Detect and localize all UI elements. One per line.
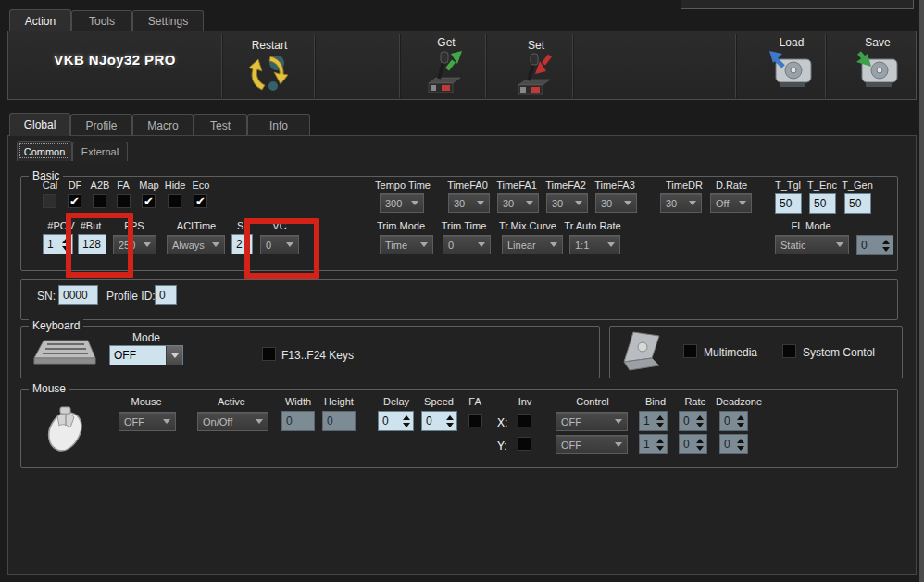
- load-label: Load: [780, 36, 805, 49]
- timefa0-label: TimeFA0: [447, 180, 488, 191]
- cal-checkbox[interactable]: [43, 194, 56, 208]
- profile-id-input[interactable]: 0: [155, 285, 177, 305]
- tab-macro[interactable]: Macro: [132, 114, 194, 136]
- mouse-deadzone-x-spinner[interactable]: 0: [719, 411, 748, 431]
- trim-time-dropdown[interactable]: 0: [443, 235, 491, 254]
- dropdown-arrow-icon: [739, 201, 746, 205]
- acitime-dropdown[interactable]: Always: [167, 235, 225, 254]
- mouse-height-input[interactable]: 0: [322, 411, 356, 431]
- kb-mode-dropdown[interactable]: OFF: [109, 345, 183, 365]
- timefa2-label: TimeFA2: [545, 180, 586, 191]
- tab-test[interactable]: Test: [194, 114, 247, 136]
- map-checkbox[interactable]: [142, 194, 156, 208]
- eco-checkbox[interactable]: [194, 194, 207, 208]
- tab-settings[interactable]: Settings: [132, 10, 204, 31]
- tempo-time-dropdown[interactable]: 300: [380, 193, 424, 213]
- tgen-input[interactable]: 50: [844, 193, 871, 214]
- timedr-dropdown[interactable]: 30: [660, 193, 702, 213]
- trmixcurve-dropdown[interactable]: Linear: [502, 235, 563, 254]
- mouse-speed-spinner[interactable]: 0: [421, 411, 457, 431]
- tab-global[interactable]: Global: [9, 113, 70, 136]
- spinner-arrows-icon: [443, 415, 456, 427]
- keyboard-icon: [31, 336, 97, 371]
- timefa3-dropdown[interactable]: 30: [595, 193, 637, 213]
- mouse-delay-spinner[interactable]: 0: [378, 411, 414, 431]
- mouse-mode-dropdown[interactable]: OFF: [119, 412, 176, 431]
- tab-tools[interactable]: Tools: [71, 10, 132, 31]
- dropdown-arrow-icon: [256, 419, 263, 424]
- mouse-deadzone-y-spinner[interactable]: 0: [719, 434, 748, 454]
- deadzone-col-label: Deadzone: [716, 396, 762, 407]
- mouse-group-title: Mouse: [29, 382, 69, 395]
- trmixcurve-value: Linear: [507, 240, 536, 251]
- toolbar-divider: [314, 34, 316, 98]
- subtab-common[interactable]: Common: [17, 141, 72, 161]
- multimedia-checkbox[interactable]: [683, 344, 697, 358]
- tab-info[interactable]: Info: [247, 114, 310, 136]
- tab-global-label: Global: [24, 118, 56, 131]
- timedr-value: 30: [666, 198, 677, 209]
- f13-f24-checkbox[interactable]: [262, 347, 276, 361]
- tempo-time-label: Tempo Time: [375, 180, 431, 191]
- set-button[interactable]: Set: [487, 33, 570, 98]
- highlight-but-field: [66, 213, 133, 278]
- tenc-input[interactable]: 50: [809, 193, 836, 214]
- flmode-spinner[interactable]: 0: [856, 235, 893, 255]
- map-label: Map: [139, 180, 158, 191]
- tab-action[interactable]: Action: [9, 9, 71, 31]
- acitime-label: ACITime: [177, 220, 216, 231]
- fa-checkbox[interactable]: [117, 194, 131, 208]
- dropdown-arrow-icon: [615, 442, 622, 447]
- dropdown-arrow-icon: [420, 242, 428, 247]
- mouse-control-x-dropdown[interactable]: OFF: [556, 412, 628, 431]
- subtab-external[interactable]: External: [72, 142, 128, 161]
- mouse-bind-x-spinner[interactable]: 1: [639, 411, 668, 431]
- timefa1-dropdown[interactable]: 30: [497, 193, 539, 213]
- tab-settings-label: Settings: [148, 15, 188, 28]
- save-label: Save: [865, 36, 890, 49]
- mouse-rate-x-spinner[interactable]: 0: [679, 411, 707, 431]
- dropdown-arrow-icon: [607, 242, 615, 247]
- flmode-dropdown[interactable]: Static: [775, 235, 849, 254]
- system-control-checkbox[interactable]: [782, 344, 796, 358]
- spinner-arrows-icon: [734, 415, 747, 427]
- mouse-inv-x-checkbox[interactable]: [518, 414, 531, 427]
- get-button[interactable]: Get: [401, 33, 484, 98]
- mouse-deadzone-y-value: 0: [724, 438, 730, 451]
- trim-mode-dropdown[interactable]: Time: [380, 235, 433, 254]
- window-right-border: [919, 0, 924, 582]
- mouse-bind-y-value: 1: [643, 438, 650, 451]
- mouse-inv-y-checkbox[interactable]: [518, 437, 531, 451]
- dropdown-arrow-icon: [171, 353, 179, 358]
- hide-checkbox[interactable]: [168, 194, 181, 208]
- active-col-label: Active: [218, 396, 245, 407]
- mouse-active-dropdown[interactable]: On/Off: [197, 412, 268, 431]
- df-checkbox[interactable]: [68, 194, 81, 208]
- drate-dropdown[interactable]: Off: [710, 193, 752, 213]
- fa-col-label: FA: [468, 396, 481, 407]
- timefa0-dropdown[interactable]: 30: [448, 193, 490, 213]
- save-button[interactable]: Save: [827, 33, 916, 98]
- trautorate-dropdown[interactable]: 1:1: [569, 235, 620, 254]
- mouse-rate-y-spinner[interactable]: 0: [679, 434, 707, 454]
- restart-button[interactable]: Restart: [223, 33, 312, 98]
- ttgl-input[interactable]: 50: [775, 193, 802, 214]
- load-button[interactable]: Load: [737, 33, 823, 98]
- multimedia-label: Multimedia: [704, 346, 757, 359]
- profile-id-label: Profile ID:: [106, 290, 156, 303]
- trautorate-value: 1:1: [575, 240, 589, 251]
- height-col-label: Height: [324, 396, 354, 407]
- tab-profile[interactable]: Profile: [70, 114, 132, 136]
- mouse-fa-checkbox[interactable]: [468, 414, 482, 427]
- sn-input[interactable]: 0000: [58, 285, 98, 305]
- a2b-checkbox[interactable]: [93, 194, 106, 208]
- mouse-width-input[interactable]: 0: [281, 411, 315, 431]
- mouse-control-y-dropdown[interactable]: OFF: [556, 435, 628, 454]
- timefa2-dropdown[interactable]: 30: [546, 193, 588, 213]
- mouse-bind-y-spinner[interactable]: 1: [639, 434, 668, 454]
- spinner-arrows-icon: [880, 240, 893, 252]
- drate-value: Off: [716, 198, 729, 209]
- dropdown-arrow-icon: [212, 242, 219, 247]
- inv-col-label: Inv: [518, 396, 532, 407]
- s-value: 2: [236, 238, 243, 251]
